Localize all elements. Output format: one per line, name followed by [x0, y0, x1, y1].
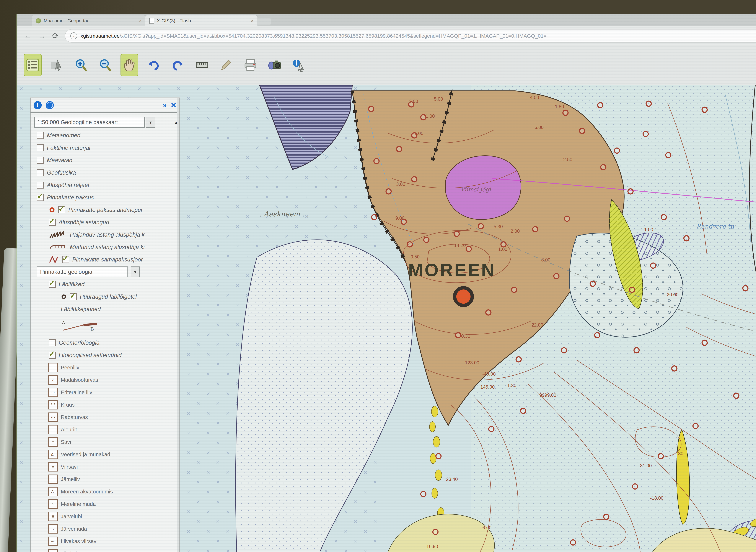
tool-redo-button[interactable]: [169, 54, 187, 77]
layer-checkbox[interactable]: [70, 293, 77, 300]
layer-tree-item[interactable]: Maavarad: [30, 154, 179, 166]
legend-item[interactable]: °·°Kruus: [30, 399, 179, 411]
tab-close-icon[interactable]: ×: [139, 18, 142, 23]
layer-label: Aluspõhja astangud: [59, 219, 109, 226]
layer-label: Läbilõikejooned: [61, 306, 101, 312]
identify-cursor-icon: [50, 58, 64, 72]
layer-tree-item[interactable]: Metaandmed: [30, 129, 179, 142]
borehole-symbol: [516, 357, 521, 362]
tab-close-icon[interactable]: ×: [251, 18, 253, 23]
layer-checkbox[interactable]: [37, 132, 44, 139]
layer-tree-item[interactable]: Faktiline materjal: [30, 142, 179, 154]
legend-item[interactable]: –·Liivakas viirsavi: [30, 535, 179, 547]
contour-label: 1.00: [498, 247, 507, 252]
tool-undo-button[interactable]: [145, 54, 163, 77]
borehole-symbol: [424, 237, 429, 242]
legend-item[interactable]: ‐ ‐Rabaturvas: [30, 411, 179, 423]
geology-select-arrow-icon[interactable]: ▾: [131, 266, 140, 277]
layer-tree-item[interactable]: Geomorfoloogia: [30, 336, 179, 349]
tool-zoom-out-button[interactable]: [96, 54, 114, 77]
layer-tree-item[interactable]: Paljanduv astang aluspõhja k: [30, 229, 179, 241]
legend-item[interactable]: Aleuriit: [30, 423, 179, 436]
info-icon[interactable]: i: [34, 101, 42, 109]
layer-tree-item[interactable]: Mattunud astang aluspõhja ki: [30, 241, 179, 253]
layer-checkbox[interactable]: [37, 181, 44, 188]
legend-item[interactable]: ⌐⌐Järvemuda: [30, 523, 179, 535]
page-info-icon[interactable]: i: [70, 32, 77, 39]
selected-borehole-marker: [455, 288, 472, 305]
browser-window: Maa-amet: Geoportaal: × X-GIS(3) - Flash…: [17, 14, 756, 552]
basemap-select-arrow-icon[interactable]: ▾: [146, 117, 155, 128]
layer-label: Paljanduv astang aluspõhja k: [70, 232, 145, 238]
tool-identify-button[interactable]: [48, 54, 66, 77]
layer-tree-item[interactable]: Aluspõhja astangud: [30, 216, 179, 229]
legend-item[interactable]: ⊞Järvelubi: [30, 510, 179, 523]
tool-pan-button[interactable]: [121, 54, 138, 77]
layer-tree-item[interactable]: Läbilõiked: [30, 278, 179, 290]
legend-item[interactable]: Δ‐Moreen akvatooriumis: [30, 486, 179, 498]
layer-checkbox[interactable]: [49, 339, 56, 346]
tab-xgis[interactable]: X-GIS(3) - Flash ×: [145, 15, 258, 26]
close-panel-icon[interactable]: ✕: [171, 101, 176, 109]
basemap-select[interactable]: 1:50 000 Geoloogiline baaskaart: [34, 117, 145, 128]
layer-checkbox[interactable]: [49, 281, 56, 288]
layer-tree-item[interactable]: Pinnakatte samapaksusjoor: [30, 253, 179, 266]
legend-item[interactable]: ≡Savi: [30, 436, 179, 448]
borehole-symbol: [563, 110, 568, 115]
tool-info-pointer-button[interactable]: [290, 54, 308, 77]
new-tab-button[interactable]: [257, 18, 271, 25]
layer-label: Järvemuda: [61, 526, 87, 532]
tool-measure-button[interactable]: [193, 54, 211, 77]
layer-tree-item[interactable]: Läbilõikejooned: [30, 303, 179, 315]
layer-checkbox[interactable]: [49, 219, 56, 226]
panel-scrollbar[interactable]: [177, 98, 179, 552]
layer-checkbox[interactable]: [37, 169, 44, 176]
forward-icon[interactable]: →: [38, 31, 46, 40]
layer-tree-item[interactable]: Pinnakatte paksus andmepur: [30, 204, 179, 216]
layer-checkbox[interactable]: [37, 157, 44, 164]
borehole-symbol: [554, 274, 559, 279]
borehole-symbol: [397, 146, 402, 152]
layer-tree-item[interactable]: Litoloogilised settetüübid: [30, 349, 179, 361]
gis-toolbar: [17, 45, 756, 85]
tool-snapshot-button[interactable]: [266, 54, 284, 77]
legend-item[interactable]: Δ°Veerised ja munakad: [30, 448, 179, 460]
address-input[interactable]: i xgis.maaamet.ee /xGIS/XGis?app_id=SMA0…: [65, 29, 756, 42]
legend-item[interactable]: ·⁄Liiv ja kruus: [30, 547, 179, 552]
back-icon[interactable]: ←: [24, 31, 32, 40]
legend-item[interactable]: ·Jämeliiv: [30, 473, 179, 486]
legend-item[interactable]: ∿Mereline muda: [30, 498, 179, 510]
legend-swatch-grid: ⊞: [48, 512, 58, 521]
layer-panel: i » ✕ 1:50 000 Geoloogiline baaskaart ▾ …: [30, 98, 180, 552]
geology-select[interactable]: Pinnakatte geoloogia: [37, 266, 128, 277]
reload-icon[interactable]: ⟳: [52, 31, 59, 40]
layer-tree-item[interactable]: Aluspõhja reljeef: [30, 179, 179, 191]
borehole-symbol: [646, 101, 651, 106]
layer-tree-item[interactable]: Pinnakatte paksus: [30, 191, 179, 204]
layer-tree-item[interactable]: Pinnakatte geoloogia▾: [30, 266, 179, 278]
tab-geoportal[interactable]: Maa-amet: Geoportaal: ×: [32, 15, 146, 26]
layer-checkbox[interactable]: [37, 144, 44, 151]
tool-print-button[interactable]: [241, 54, 259, 77]
layer-checkbox[interactable]: [62, 256, 69, 263]
profile-ab-symbol: AB: [61, 320, 106, 332]
layer-tree-item[interactable]: AB: [30, 315, 179, 336]
legend-item[interactable]: ·Peenliiv: [30, 361, 179, 374]
legend-item[interactable]: ·.·Eriteraline liiv: [30, 386, 179, 399]
borehole-symbol: [433, 529, 438, 534]
borehole-symbol: [643, 131, 648, 136]
tool-draw-button[interactable]: [217, 54, 235, 77]
layer-checkbox[interactable]: [49, 352, 56, 359]
legend-item[interactable]: ⁄Madalsooturvas: [30, 374, 179, 386]
layer-tree-item[interactable]: Puuraugud läbilõigetel: [30, 290, 179, 303]
tool-legend-button[interactable]: [24, 54, 42, 77]
legend-item[interactable]: ≣Viirsavi: [30, 460, 179, 473]
layer-tree-item[interactable]: Geofüüsika: [30, 166, 179, 179]
layer-checkbox[interactable]: [58, 206, 65, 214]
layer-checkbox[interactable]: [37, 194, 44, 201]
layers-list-icon: [25, 58, 40, 72]
tool-zoom-in-button[interactable]: [72, 54, 90, 77]
collapse-panel-icon[interactable]: »: [163, 101, 167, 109]
layer-label: Peenliiv: [61, 365, 79, 371]
globe-icon[interactable]: [46, 101, 54, 109]
